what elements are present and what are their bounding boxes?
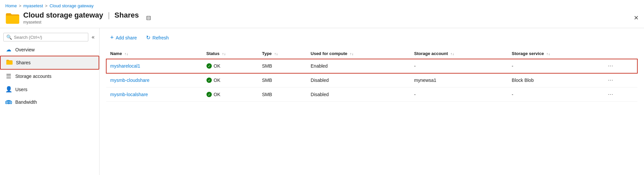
more-actions-button[interactable]: ··· [606,77,615,84]
cell-storage-service: - [508,88,602,102]
sort-status-icon[interactable]: ↑↓ [222,52,226,56]
sidebar-item-users[interactable]: 👤 Users [0,83,99,96]
more-actions-button[interactable]: ··· [606,91,615,98]
cell-storage-account: mynewsa1 [410,73,508,88]
cell-used-for-compute: Disabled [307,73,410,88]
status-label: OK [214,78,220,83]
status-ok-icon: ✓ [206,78,212,83]
add-share-label: Add share [116,35,137,40]
cell-status: ✓OK [202,73,258,88]
bandwidth-icon [5,99,12,105]
table-body: mysharelocal1✓OKSMBEnabled--···mysmb-clo… [106,59,637,102]
sidebar-item-bandwidth-label: Bandwidth [15,99,37,105]
sort-type-icon[interactable]: ↑↓ [274,52,278,56]
cell-type: SMB [258,59,307,73]
content-area: + Add share ↻ Refresh Name ↑↓ [100,28,644,175]
overview-icon: ☁ [5,46,12,53]
cell-actions[interactable]: ··· [602,73,637,88]
refresh-button[interactable]: ↻ Refresh [142,32,173,43]
cell-storage-service: Block Blob [508,73,602,88]
table-header: Name ↑↓ Status ↑↓ Type ↑↓ Used for com [106,48,637,59]
table-row[interactable]: mysharelocal1✓OKSMBEnabled--··· [106,59,637,73]
col-name[interactable]: Name ↑↓ [106,48,202,59]
svg-point-1 [7,101,11,104]
col-storage-service[interactable]: Storage service ↑↓ [508,48,602,59]
shares-icon [6,59,13,66]
table-row[interactable]: mysmb-cloudshare✓OKSMBDisabledmynewsa1Bl… [106,73,637,88]
collapse-button[interactable]: « [90,33,96,41]
title-text: Cloud storage gateway | Shares myasetest [23,11,139,25]
search-box[interactable]: 🔍 [3,33,88,41]
main-body: 🔍 « ☁ Overview Shares ☰ [0,28,644,175]
cell-used-for-compute: Enabled [307,59,410,73]
search-icon: 🔍 [6,34,12,40]
sort-storage-account-icon[interactable]: ↑↓ [450,52,454,56]
cell-used-for-compute: Disabled [307,88,410,102]
sidebar-item-users-label: Users [15,87,28,92]
cell-type: SMB [258,88,307,102]
close-icon[interactable]: ✕ [634,14,639,22]
subtitle: myasetest [23,20,139,25]
col-actions [602,48,637,59]
svg-point-2 [8,102,10,103]
sort-compute-icon[interactable]: ↑↓ [350,52,354,56]
cell-status: ✓OK [202,59,258,73]
col-type[interactable]: Type ↑↓ [258,48,307,59]
cell-name: mysmb-cloudshare [106,73,202,88]
storage-accounts-icon: ☰ [5,73,12,80]
status-label: OK [214,92,220,97]
cell-storage-account: - [410,88,508,102]
sort-name-icon[interactable]: ↑↓ [124,52,128,56]
sidebar-item-storage-accounts[interactable]: ☰ Storage accounts [0,70,99,83]
cell-storage-account: - [410,59,508,73]
search-input[interactable] [14,35,85,40]
sidebar-item-bandwidth[interactable]: Bandwidth [0,96,99,108]
cell-status: ✓OK [202,88,258,102]
sidebar-item-overview[interactable]: ☁ Overview [0,43,99,56]
refresh-icon: ↻ [146,34,150,41]
cell-name: mysharelocal1 [106,59,202,73]
sort-storage-service-icon[interactable]: ↑↓ [546,52,550,56]
refresh-label: Refresh [152,35,169,40]
status-ok-icon: ✓ [206,63,212,69]
title-left: Cloud storage gateway | Shares myasetest… [5,11,151,25]
breadcrumb-sep2: > [45,3,48,8]
cell-storage-service: - [508,59,602,73]
search-container: 🔍 « [0,31,99,43]
cell-type: SMB [258,73,307,88]
toolbar: + Add share ↻ Refresh [106,32,637,43]
breadcrumb-current: Cloud storage gateway [49,3,94,8]
col-storage-account[interactable]: Storage account ↑↓ [410,48,508,59]
more-actions-button[interactable]: ··· [606,62,615,70]
breadcrumb-home[interactable]: Home [5,3,17,8]
sidebar-item-overview-label: Overview [15,47,35,52]
shares-table: Name ↑↓ Status ↑↓ Type ↑↓ Used for com [106,48,637,102]
header: Home > myasetest > Cloud storage gateway… [0,0,644,28]
breadcrumb: Home > myasetest > Cloud storage gateway [5,3,639,8]
status-ok-icon: ✓ [206,92,212,97]
status-label: OK [214,63,220,69]
sidebar-item-shares[interactable]: Shares [0,56,99,70]
breadcrumb-level1[interactable]: myasetest [23,3,43,8]
cell-name: mysmb-localshare [106,88,202,102]
table-row[interactable]: mysmb-localshare✓OKSMBDisabled--··· [106,88,637,102]
print-icon[interactable]: ⊟ [146,14,151,22]
breadcrumb-sep1: > [19,3,22,8]
page-title: Cloud storage gateway | Shares [23,11,139,20]
cell-actions[interactable]: ··· [602,88,637,102]
add-share-button[interactable]: + Add share [106,32,141,43]
folder-icon [5,12,19,24]
cell-actions[interactable]: ··· [602,59,637,73]
users-icon: 👤 [5,86,12,93]
add-icon: + [110,34,114,41]
col-status[interactable]: Status ↑↓ [202,48,258,59]
sidebar-item-shares-label: Shares [16,60,31,65]
col-used-for-compute[interactable]: Used for compute ↑↓ [307,48,410,59]
sidebar: 🔍 « ☁ Overview Shares ☰ [0,28,100,175]
sidebar-item-storage-accounts-label: Storage accounts [15,74,51,79]
title-row: Cloud storage gateway | Shares myasetest… [5,11,639,28]
